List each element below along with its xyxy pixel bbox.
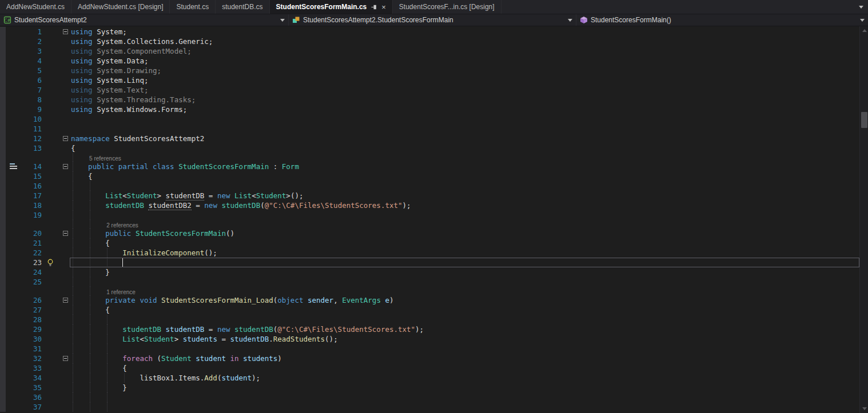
code-line-10[interactable]: 10 bbox=[0, 114, 859, 124]
code-line-17[interactable]: 17 List<Student> studentDB = new List<St… bbox=[0, 191, 859, 201]
breakpoint-margin[interactable] bbox=[0, 134, 6, 143]
project-dropdown[interactable]: C# StudentScoresAttempt2 bbox=[0, 14, 289, 26]
code-line-13[interactable]: 13{ bbox=[0, 143, 859, 153]
line-number[interactable]: 34 bbox=[21, 373, 45, 383]
breakpoint-margin[interactable] bbox=[0, 114, 6, 124]
fold-collapse-icon[interactable] bbox=[63, 136, 68, 141]
line-number[interactable]: 36 bbox=[21, 392, 45, 402]
breakpoint-margin[interactable] bbox=[0, 324, 6, 334]
breakpoint-margin[interactable] bbox=[0, 66, 6, 75]
code-line-29[interactable]: 29 studentDB studentDB = new studentDB(@… bbox=[0, 324, 859, 334]
code-line-27[interactable]: 27 { bbox=[0, 305, 859, 315]
breakpoint-margin[interactable] bbox=[0, 305, 6, 315]
tab-list-dropdown[interactable] bbox=[857, 0, 866, 14]
code-line-15[interactable]: 15 { bbox=[0, 171, 859, 181]
code-line-19[interactable]: 19 bbox=[0, 210, 859, 220]
tab-3[interactable]: studentDB.cs bbox=[216, 0, 269, 14]
line-number[interactable]: 4 bbox=[21, 56, 45, 66]
lightbulb-icon[interactable] bbox=[47, 259, 54, 267]
breakpoint-margin[interactable] bbox=[0, 228, 6, 238]
fold-collapse-icon[interactable] bbox=[63, 29, 68, 34]
breakpoint-margin[interactable] bbox=[0, 201, 6, 210]
breakpoint-margin[interactable] bbox=[0, 267, 6, 277]
code-line-18[interactable]: 18 studentDB studentDB2 = new studentDB(… bbox=[0, 201, 859, 210]
fold-collapse-icon[interactable] bbox=[63, 298, 68, 303]
tab-0[interactable]: AddNewStudent.cs bbox=[0, 0, 71, 14]
line-number[interactable]: 29 bbox=[21, 324, 45, 334]
breakpoint-margin[interactable] bbox=[0, 383, 6, 392]
line-number[interactable]: 22 bbox=[21, 248, 45, 258]
pin-icon[interactable] bbox=[371, 4, 377, 10]
line-number[interactable]: 30 bbox=[21, 334, 45, 344]
line-number[interactable]: 32 bbox=[21, 354, 45, 363]
type-dropdown[interactable]: StudentScoresAttempt2.StudentScoresFormM… bbox=[289, 14, 576, 26]
line-number[interactable]: 25 bbox=[21, 277, 45, 287]
line-number[interactable]: 27 bbox=[21, 305, 45, 315]
tab-2[interactable]: Student.cs bbox=[170, 0, 216, 14]
line-number[interactable]: 11 bbox=[21, 124, 45, 134]
code-line-25[interactable]: 25 bbox=[0, 277, 859, 287]
code-line-3[interactable]: 3using System.ComponentModel; bbox=[0, 46, 859, 56]
line-number[interactable]: 13 bbox=[21, 143, 45, 153]
breakpoint-margin[interactable] bbox=[0, 191, 6, 201]
line-number[interactable]: 16 bbox=[21, 181, 45, 191]
line-number[interactable]: 28 bbox=[21, 315, 45, 324]
tab-5[interactable]: StudentScoresF...in.cs [Design] bbox=[393, 0, 501, 14]
line-number[interactable]: 2 bbox=[21, 37, 45, 46]
scrollbar-down-arrow-icon[interactable] bbox=[860, 404, 868, 413]
breakpoint-margin[interactable] bbox=[0, 277, 6, 287]
breakpoint-margin[interactable] bbox=[0, 248, 6, 258]
code-line-21[interactable]: 21 { bbox=[0, 238, 859, 248]
code-line-12[interactable]: 12namespace StudentScoresAttempt2 bbox=[0, 134, 859, 143]
line-number[interactable]: 10 bbox=[21, 114, 45, 124]
code-line-8[interactable]: 8using System.Threading.Tasks; bbox=[0, 95, 859, 105]
breakpoint-margin[interactable] bbox=[0, 46, 6, 56]
line-number[interactable]: 15 bbox=[21, 171, 45, 181]
code-lines[interactable]: 1using System;2using System.Collections.… bbox=[0, 26, 859, 413]
scrollbar-up-arrow-icon[interactable] bbox=[860, 26, 868, 35]
line-number[interactable]: 12 bbox=[21, 134, 45, 143]
code-line-2[interactable]: 2using System.Collections.Generic; bbox=[0, 37, 859, 46]
line-number[interactable]: 18 bbox=[21, 201, 45, 210]
code-line-14[interactable]: 14 public partial class StudentScoresFor… bbox=[0, 162, 859, 171]
code-line-20[interactable]: 20 public StudentScoresFormMain() bbox=[0, 228, 859, 238]
code-line-7[interactable]: 7using System.Text; bbox=[0, 85, 859, 95]
line-number[interactable]: 33 bbox=[21, 363, 45, 373]
code-line-31[interactable]: 31 bbox=[0, 344, 859, 354]
fold-collapse-icon[interactable] bbox=[63, 231, 68, 236]
code-line-33[interactable]: 33 { bbox=[0, 363, 859, 373]
code-line-30[interactable]: 30 List<Student> students = studentDB.Re… bbox=[0, 334, 859, 344]
scrollbar-thumb[interactable] bbox=[861, 112, 867, 128]
vertical-scrollbar[interactable] bbox=[859, 26, 868, 413]
code-line-11[interactable]: 11 bbox=[0, 124, 859, 134]
line-number[interactable]: 3 bbox=[21, 46, 45, 56]
breakpoint-margin[interactable] bbox=[0, 56, 6, 66]
breakpoint-margin[interactable] bbox=[0, 392, 6, 402]
breakpoint-margin[interactable] bbox=[0, 124, 6, 134]
code-line-35[interactable]: 35 } bbox=[0, 383, 859, 392]
fold-collapse-icon[interactable] bbox=[63, 356, 68, 361]
code-line-16[interactable]: 16 bbox=[0, 181, 859, 191]
code-line-37[interactable]: 37 bbox=[0, 402, 859, 412]
breakpoint-margin[interactable] bbox=[0, 171, 6, 181]
code-line-9[interactable]: 9using System.Windows.Forms; bbox=[0, 105, 859, 114]
code-line-36[interactable]: 36 bbox=[0, 392, 859, 402]
line-number[interactable]: 26 bbox=[21, 295, 45, 305]
line-number[interactable]: 24 bbox=[21, 267, 45, 277]
line-number[interactable]: 21 bbox=[21, 238, 45, 248]
breakpoint-margin[interactable] bbox=[0, 402, 6, 412]
code-line-34[interactable]: 34 listBox1.Items.Add(student); bbox=[0, 373, 859, 383]
breakpoint-margin[interactable] bbox=[0, 238, 6, 248]
breakpoint-margin[interactable] bbox=[0, 363, 6, 373]
tab-1[interactable]: AddNewStudent.cs [Design] bbox=[71, 0, 170, 14]
code-line-23[interactable]: 23 bbox=[0, 258, 859, 267]
line-number[interactable]: 37 bbox=[21, 402, 45, 412]
breakpoint-margin[interactable] bbox=[0, 373, 6, 383]
code-line-1[interactable]: 1using System; bbox=[0, 27, 859, 37]
breakpoint-margin[interactable] bbox=[0, 143, 6, 153]
line-number[interactable]: 5 bbox=[21, 66, 45, 75]
breakpoint-margin[interactable] bbox=[0, 258, 6, 267]
code-line-26[interactable]: 26 private void StudentScoresFormMain_Lo… bbox=[0, 295, 859, 305]
line-number[interactable]: 19 bbox=[21, 210, 45, 220]
line-number[interactable]: 14 bbox=[21, 162, 45, 171]
